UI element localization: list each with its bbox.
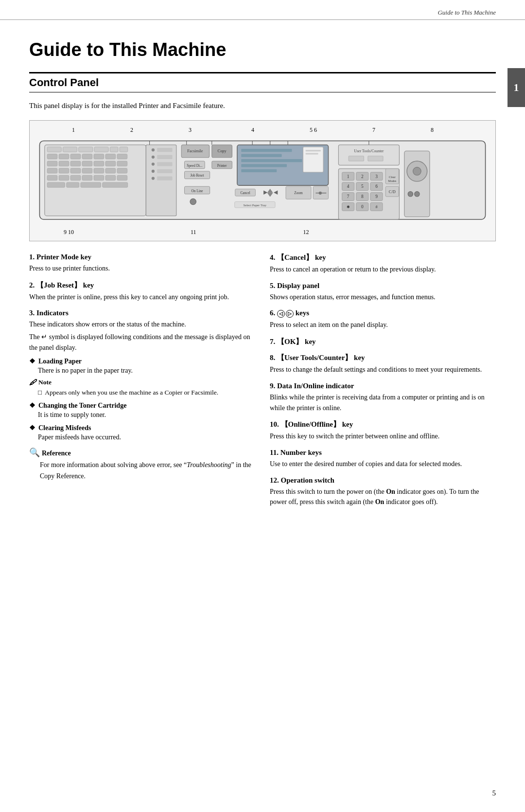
svg-rect-32 — [82, 175, 92, 180]
diamond-icon: ❖ — [29, 357, 35, 365]
changing-toner-title: ❖ Changing the Toner Cartridge — [29, 401, 255, 410]
loading-paper-body: There is no paper in the paper tray. — [38, 365, 255, 376]
section-header: Control Panel — [29, 72, 496, 92]
item8-body: Press to change the default settings and… — [270, 364, 496, 375]
left-arrow-icon: ◁ — [277, 310, 285, 318]
page-title: Guide to This Machine — [29, 39, 496, 60]
svg-rect-47 — [157, 155, 172, 159]
item1-body: Press to use printer functions. — [29, 263, 255, 274]
control-panel-image: 1 2 3 4 5 6 7 8 — [29, 120, 496, 242]
svg-rect-37 — [67, 182, 79, 187]
svg-rect-33 — [94, 175, 104, 180]
diamond-icon2: ❖ — [29, 401, 35, 410]
svg-rect-12 — [94, 154, 104, 159]
svg-rect-18 — [82, 161, 92, 166]
item3-body2: The ↵ symbol is displayed following cond… — [29, 332, 255, 353]
svg-point-85 — [190, 198, 196, 205]
svg-point-124 — [415, 191, 420, 196]
panel-svg: Facsimile Copy Speed Di... Printer Can — [35, 136, 490, 227]
svg-rect-26 — [94, 168, 104, 173]
svg-rect-49 — [157, 169, 172, 173]
subitem-changing-toner: ❖ Changing the Toner Cartridge It is tim… — [29, 401, 255, 420]
svg-rect-27 — [105, 168, 116, 173]
subitem-loading-paper: ❖ Loading Paper There is no paper in the… — [29, 357, 255, 376]
item12-body: Press this switch to turn the power on (… — [270, 487, 496, 507]
svg-rect-19 — [94, 161, 104, 166]
note-icon: 🖊 — [29, 379, 36, 387]
item4-body: Press to cancel an operation or return t… — [270, 264, 496, 275]
svg-rect-25 — [82, 168, 92, 173]
svg-rect-13 — [105, 154, 116, 159]
item9-title: 9. Data In/Online indicator — [270, 382, 496, 390]
svg-rect-29 — [47, 175, 57, 180]
main-content: Guide to This Machine Control Panel This… — [0, 20, 525, 529]
item7-title: 7. 【OK】 key — [270, 337, 496, 346]
item6-title: 6. ◁▷ keys — [270, 309, 496, 318]
svg-point-41 — [152, 148, 155, 151]
svg-rect-89 — [368, 156, 383, 161]
reference-icon: 🔍 — [29, 446, 40, 460]
section-title: Control Panel — [29, 76, 99, 89]
svg-text:Modes: Modes — [388, 179, 397, 182]
item3-title: 3. Indicators — [29, 309, 255, 317]
svg-text:Facsimile: Facsimile — [187, 149, 203, 153]
svg-text:Cancel: Cancel — [240, 191, 250, 195]
svg-rect-23 — [59, 168, 69, 173]
item12-title: 12. Operation switch — [270, 476, 496, 485]
svg-text:1: 1 — [347, 174, 350, 179]
left-column: 1. Printer Mode key Press to use printer… — [29, 253, 255, 509]
panel-numbers-bottom: 9 10 11 12 — [35, 229, 490, 236]
item5-title: 5. Display panel — [270, 282, 496, 290]
item6-body: Press to select an item on the panel dis… — [270, 320, 496, 330]
svg-rect-46 — [157, 148, 172, 152]
svg-text:C/D: C/D — [389, 189, 396, 194]
clearing-misfeeds-title: ❖ Clearing Misfeeds — [29, 424, 255, 432]
note-box: 🖊 Note □Appears only when you use the ma… — [29, 379, 255, 398]
panel-numbers-top: 1 2 3 4 5 6 7 8 — [35, 126, 490, 134]
reference-box: 🔍 Reference For more information about s… — [29, 446, 255, 482]
chapter-tab: 1 — [508, 68, 525, 107]
svg-rect-11 — [82, 154, 92, 159]
note-text: Appears only when you use the machine as… — [45, 388, 218, 398]
svg-text:Printer: Printer — [217, 163, 227, 167]
item4-title: 4. 【Cancel】 key — [270, 253, 496, 262]
svg-rect-14 — [117, 154, 127, 159]
svg-rect-36 — [47, 182, 65, 187]
svg-rect-38 — [81, 182, 101, 187]
svg-point-42 — [152, 155, 155, 158]
right-arrow-icon: ▷ — [286, 310, 294, 318]
svg-rect-62 — [241, 159, 302, 162]
breadcrumb: Guide to This Machine — [438, 9, 496, 17]
svg-text:User Tools/Counter: User Tools/Counter — [354, 149, 384, 153]
item1-title: 1. Printer Mode key — [29, 253, 255, 261]
item8-title: 8. 【User Tools/Counter】 key — [270, 353, 496, 362]
svg-text:✱: ✱ — [347, 205, 350, 209]
svg-rect-5 — [94, 146, 108, 151]
diamond-icon3: ❖ — [29, 424, 35, 432]
svg-text:9: 9 — [375, 194, 378, 199]
svg-point-43 — [152, 162, 155, 165]
note-bullet: □ — [38, 388, 42, 398]
svg-text:Clear: Clear — [389, 175, 396, 178]
note-title: 🖊 Note — [29, 379, 255, 387]
svg-point-123 — [408, 191, 413, 196]
arrow-keys-symbol: ◁▷ — [277, 310, 294, 318]
svg-rect-28 — [117, 168, 127, 173]
svg-text:8: 8 — [361, 194, 364, 199]
svg-point-122 — [413, 167, 421, 175]
svg-rect-67 — [306, 153, 318, 154]
chapter-tab-label: 1 — [514, 81, 519, 94]
description-columns: 1. Printer Mode key Press to use printer… — [29, 253, 496, 509]
svg-rect-7 — [120, 146, 128, 151]
page-number: 5 — [492, 789, 496, 797]
svg-text:5: 5 — [361, 184, 364, 189]
svg-rect-6 — [110, 146, 118, 151]
svg-text:6: 6 — [375, 184, 378, 189]
svg-text:Zoom: Zoom — [294, 191, 303, 195]
changing-toner-body: It is time to supply toner. — [38, 410, 255, 420]
item5-body: Shows operation status, error messages, … — [270, 292, 496, 303]
svg-rect-86 — [338, 144, 399, 165]
svg-text:3: 3 — [375, 174, 378, 179]
svg-rect-64 — [241, 169, 277, 172]
svg-point-44 — [152, 169, 155, 172]
